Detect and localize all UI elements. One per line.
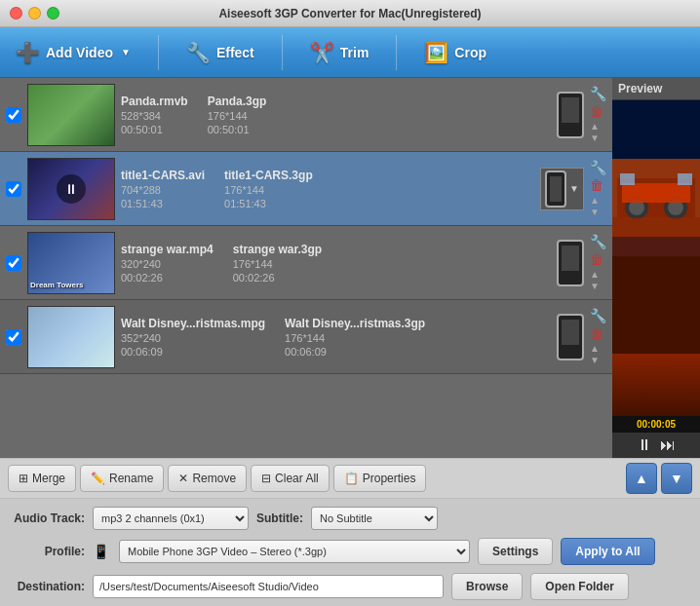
phone-icon <box>545 170 566 208</box>
output-filename: Walt Disney...ristmas.3gp <box>285 317 425 330</box>
reorder-icons: ▲ ▼ <box>590 269 606 292</box>
remove-button[interactable]: ✕ Remove <box>168 465 247 492</box>
phone-dropdown-arrow-icon[interactable]: ▼ <box>569 183 579 194</box>
row-actions: 🔧 🗑 ▲ ▼ <box>590 234 606 292</box>
output-duration: 01:51:43 <box>224 198 313 209</box>
source-info: title1-CARS.avi 704*288 01:51:43 <box>121 169 205 209</box>
source-info: Panda.rmvb 528*384 00:50:01 <box>121 95 188 135</box>
pause-button[interactable]: ⏸ <box>637 436 652 454</box>
minimize-button[interactable] <box>28 7 41 19</box>
pause-overlay: ⏸ <box>57 174 86 204</box>
reorder-icons: ▲ ▼ <box>590 343 606 366</box>
source-duration: 01:51:43 <box>121 198 205 209</box>
move-down-icon[interactable]: ▼ <box>590 133 606 144</box>
clear-all-button[interactable]: ⊟ Clear All <box>251 465 330 492</box>
move-up-icon[interactable]: ▲ <box>590 195 606 207</box>
move-up-icon[interactable]: ▲ <box>590 121 606 133</box>
move-down-icon[interactable]: ▼ <box>590 207 606 218</box>
fast-forward-button[interactable]: ⏭ <box>660 436 676 454</box>
audio-track-select[interactable]: mp3 2 channels (0x1) <box>93 507 249 530</box>
file-controls <box>557 240 584 286</box>
move-up-icon[interactable]: ▲ <box>590 343 606 355</box>
move-down-icon[interactable]: ▼ <box>590 281 606 292</box>
add-video-label: Add Video <box>46 45 113 60</box>
add-video-dropdown-arrow[interactable]: ▼ <box>121 47 131 57</box>
settings-button[interactable]: Settings <box>478 538 553 565</box>
rename-button[interactable]: ✏️ Rename <box>80 465 164 492</box>
row-actions: 🔧 🗑 ▲ ▼ <box>590 86 606 144</box>
properties-button[interactable]: 📋 Properties <box>333 465 427 492</box>
destination-row: Destination: Browse Open Folder <box>12 573 688 600</box>
effect-button[interactable]: 🔧 Effect <box>178 37 262 68</box>
properties-icon: 📋 <box>344 472 359 485</box>
profile-select[interactable]: Mobile Phone 3GP Video – Stereo (*.3gp) <box>119 540 470 563</box>
delete-icon[interactable]: 🗑 <box>590 251 606 267</box>
file-thumbnail: ⏸ <box>27 158 115 220</box>
preview-label: Preview <box>612 78 700 100</box>
file-info: strange war.mp4 320*240 00:02:26 strange… <box>121 243 551 284</box>
effect-icon: 🔧 <box>186 41 211 64</box>
preview-svg <box>612 100 700 354</box>
move-up-icon[interactable]: ▲ <box>590 269 606 281</box>
source-dimensions: 704*288 <box>121 184 205 196</box>
bottom-toolbar: ⊞ Merge ✏️ Rename ✕ Remove ⊟ Clear All 📋… <box>0 458 700 499</box>
phone-dropdown[interactable]: ▼ <box>540 168 584 210</box>
output-dimensions: 176*144 <box>208 110 267 122</box>
output-duration: 00:02:26 <box>233 272 322 284</box>
svg-rect-8 <box>620 173 635 185</box>
phone-icon <box>557 314 584 360</box>
browse-button[interactable]: Browse <box>451 573 523 600</box>
phone-profile-icon: 📱 <box>93 544 109 559</box>
settings-icon[interactable]: 🔧 <box>590 86 606 101</box>
svg-rect-11 <box>612 256 700 354</box>
move-up-button[interactable]: ▲ <box>626 463 657 494</box>
add-video-icon: ➕ <box>16 41 40 64</box>
source-filename: strange war.mp4 <box>121 243 214 256</box>
delete-icon[interactable]: 🗑 <box>590 177 606 193</box>
source-duration: 00:02:26 <box>121 272 214 284</box>
delete-icon[interactable]: 🗑 <box>590 103 606 119</box>
move-down-icon[interactable]: ▼ <box>590 355 606 366</box>
clear-all-icon: ⊟ <box>261 472 271 485</box>
row-actions: 🔧 🗑 ▲ ▼ <box>590 308 606 366</box>
close-button[interactable] <box>10 7 22 19</box>
phone-icon <box>557 240 584 286</box>
output-info: strange war.3gp 176*144 00:02:26 <box>233 243 322 284</box>
trim-button[interactable]: ✂️ Trim <box>302 37 377 68</box>
preview-frame <box>612 100 700 416</box>
add-video-button[interactable]: ➕ Add Video ▼ <box>8 37 138 68</box>
file-checkbox[interactable] <box>6 107 21 123</box>
file-info: title1-CARS.avi 704*288 01:51:43 title1-… <box>121 169 534 209</box>
destination-input[interactable] <box>93 575 444 598</box>
subtitle-select[interactable]: No Subtitle <box>311 507 438 530</box>
source-filename: title1-CARS.avi <box>121 169 205 182</box>
source-dimensions: 528*384 <box>121 110 188 122</box>
output-info: Panda.3gp 176*144 00:50:01 <box>208 95 267 135</box>
clear-all-label: Clear All <box>275 472 319 485</box>
crop-button[interactable]: 🖼️ Crop <box>416 37 494 68</box>
file-info: Walt Disney...ristmas.mpg 352*240 00:06:… <box>121 317 551 358</box>
profile-label: Profile: <box>12 545 85 558</box>
settings-icon[interactable]: 🔧 <box>590 308 606 323</box>
output-duration: 00:06:09 <box>285 346 425 358</box>
remove-icon: ✕ <box>178 472 188 485</box>
open-folder-button[interactable]: Open Folder <box>530 573 629 600</box>
output-duration: 00:50:01 <box>208 124 267 135</box>
maximize-button[interactable] <box>47 7 59 19</box>
file-checkbox[interactable] <box>6 255 21 271</box>
traffic-lights <box>10 7 59 19</box>
settings-icon[interactable]: 🔧 <box>590 234 606 249</box>
merge-button[interactable]: ⊞ Merge <box>8 465 76 492</box>
file-checkbox[interactable] <box>6 329 21 345</box>
table-row: ⏸ title1-CARS.avi 704*288 01:51:43 title… <box>0 152 612 226</box>
move-down-button[interactable]: ▼ <box>661 463 692 494</box>
file-checkbox[interactable] <box>6 181 21 197</box>
settings-icon[interactable]: 🔧 <box>590 160 606 175</box>
toolbar-divider-1 <box>158 35 159 70</box>
source-duration: 00:06:09 <box>121 346 265 358</box>
row-actions: 🔧 🗑 ▲ ▼ <box>590 160 606 218</box>
audio-track-label: Audio Track: <box>12 511 85 525</box>
rename-label: Rename <box>109 472 153 485</box>
delete-icon[interactable]: 🗑 <box>590 325 606 341</box>
apply-to-all-button[interactable]: Apply to All <box>561 538 654 565</box>
